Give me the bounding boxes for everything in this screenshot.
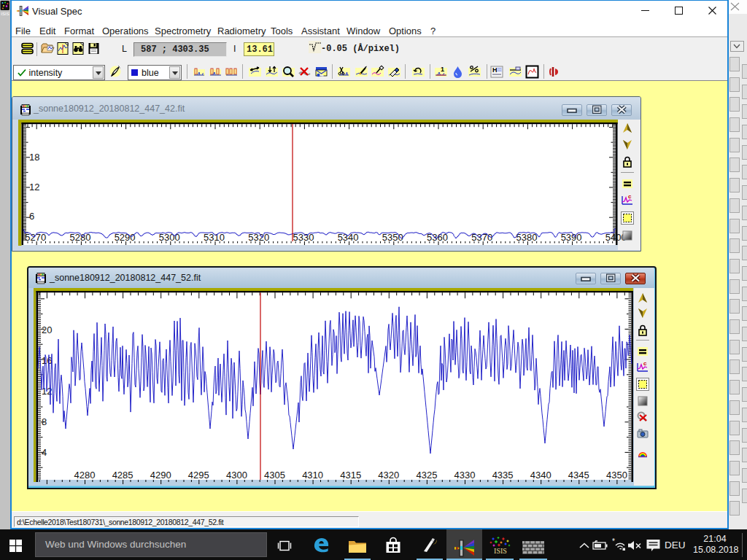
- svg-text:4340: 4340: [530, 470, 551, 481]
- svg-text:8: 8: [42, 416, 47, 427]
- svg-text:c: c: [643, 360, 647, 367]
- svg-text:4335: 4335: [492, 470, 514, 481]
- svg-text:4325: 4325: [416, 470, 437, 481]
- svg-text:4330: 4330: [454, 470, 476, 481]
- svg-text:4300: 4300: [226, 470, 247, 481]
- svg-text:4310: 4310: [302, 470, 323, 481]
- svg-text:4315: 4315: [340, 470, 361, 481]
- svg-text:ISIS: ISIS: [494, 547, 507, 555]
- svg-text:4305: 4305: [264, 470, 285, 481]
- svg-text:16: 16: [42, 355, 52, 366]
- svg-text:4290: 4290: [150, 470, 171, 481]
- svg-text:4295: 4295: [188, 470, 209, 481]
- svg-text:4345: 4345: [568, 470, 589, 481]
- svg-text:*: *: [612, 538, 615, 545]
- svg-text:4320: 4320: [378, 470, 399, 481]
- svg-text:20: 20: [42, 324, 52, 335]
- svg-text:4280: 4280: [74, 470, 96, 481]
- svg-text:4350: 4350: [606, 470, 627, 481]
- svg-text:4285: 4285: [112, 470, 133, 481]
- svg-text:4: 4: [42, 447, 47, 458]
